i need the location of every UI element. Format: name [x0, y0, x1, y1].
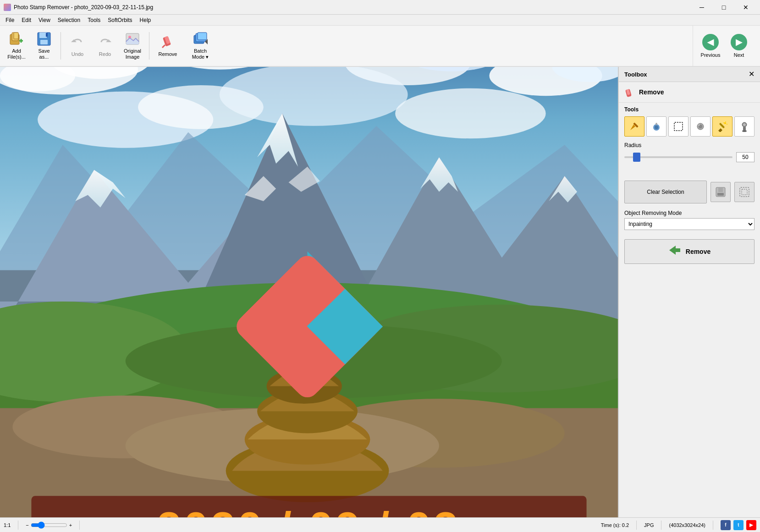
svg-marker-75: [718, 128, 722, 132]
original-image-icon: [125, 32, 140, 46]
clone-stamp-tool-button[interactable]: [734, 116, 754, 137]
save-selection-button[interactable]: [710, 182, 731, 202]
next-icon: ▶: [731, 34, 747, 50]
svg-rect-2: [14, 33, 18, 39]
main-area: 2020 / 09 / 03 Toolbox ✕ Remove Tools: [0, 67, 760, 517]
svg-rect-70: [674, 122, 683, 131]
nav-buttons: ◀ Previous ▶ Next: [693, 25, 756, 66]
mode-select-row: Inpainting Blur Clone: [619, 217, 760, 236]
window-controls: ─ □ ✕: [691, 0, 756, 14]
spray-tool-button[interactable]: [646, 116, 666, 137]
svg-point-67: [655, 126, 658, 129]
youtube-icon[interactable]: ▶: [746, 520, 756, 530]
radius-thumb[interactable]: [633, 153, 640, 162]
svg-rect-88: [742, 189, 747, 195]
undo-button[interactable]: Undo: [65, 28, 90, 63]
save-as-label: Save as...: [38, 48, 50, 60]
previous-icon: ◀: [702, 34, 719, 50]
smart-wand-tool-button[interactable]: [712, 116, 732, 137]
toolbar-separator-1: [61, 32, 61, 60]
brush-tool-button[interactable]: [624, 116, 644, 137]
svg-point-68: [655, 123, 657, 125]
time-display: Time (s): 0.2: [601, 522, 629, 528]
svg-rect-74: [719, 123, 725, 129]
object-removing-mode-label: Object Removing Mode: [619, 207, 760, 217]
menu-file[interactable]: File: [2, 16, 18, 24]
status-bar: 1:1 − + Time (s): 0.2 JPG (4032x3024x24)…: [0, 517, 760, 532]
remove-eraser-icon: [624, 87, 635, 98]
batch-mode-button[interactable]: Batch Mode ▾: [184, 28, 216, 63]
zoom-slider-row: − +: [26, 521, 72, 529]
remove-toolbar-label: Remove: [159, 51, 177, 57]
close-button[interactable]: ✕: [735, 0, 756, 14]
undo-icon: [70, 35, 85, 49]
remove-arrow-icon: [668, 244, 681, 259]
undo-label: Undo: [72, 51, 83, 57]
menu-edit[interactable]: Edit: [18, 16, 35, 24]
remove-toolbar-icon: [160, 35, 175, 49]
rect-select-tool-button[interactable]: [668, 116, 688, 137]
radius-slider[interactable]: [624, 156, 732, 158]
menu-tools[interactable]: Tools: [84, 16, 104, 24]
svg-line-15: [162, 45, 165, 48]
svg-point-73: [699, 125, 700, 126]
save-as-button[interactable]: Save as...: [31, 28, 57, 63]
zoom-minus-icon[interactable]: −: [26, 522, 28, 528]
svg-rect-85: [717, 193, 724, 196]
zoom-ratio: 1:1: [4, 522, 11, 528]
batch-mode-label: Batch Mode ▾: [192, 48, 209, 60]
svg-rect-86: [718, 188, 723, 192]
zoom-slider-input[interactable]: [31, 521, 67, 529]
status-sep-1: [18, 521, 18, 530]
next-button[interactable]: ▶ Next: [725, 28, 753, 63]
toolbox-close-button[interactable]: ✕: [749, 71, 754, 78]
svg-point-32: [395, 88, 545, 138]
remove-button-label: Remove: [686, 248, 710, 255]
status-sep-4: [661, 521, 661, 530]
next-label: Next: [734, 52, 744, 58]
menu-softorbits[interactable]: SoftOrbits: [104, 16, 136, 24]
svg-point-83: [742, 130, 747, 132]
original-image-label: Original Image: [124, 48, 141, 60]
toolbar: Add File(s)... Save as... Undo: [0, 26, 760, 67]
menu-bar: File Edit View Selection Tools SoftOrbit…: [0, 15, 760, 26]
add-files-button[interactable]: Add File(s)...: [4, 28, 29, 63]
twitter-icon[interactable]: t: [733, 520, 743, 530]
radius-label: Radius: [619, 140, 760, 150]
redo-button[interactable]: Redo: [92, 28, 118, 63]
add-files-icon: [9, 32, 24, 46]
social-icons: f t ▶: [721, 520, 756, 530]
magic-wand-tool-button[interactable]: [690, 116, 710, 137]
status-sep-5: [713, 521, 713, 530]
format-display: JPG: [644, 522, 654, 528]
previous-button[interactable]: ◀ Previous: [697, 28, 724, 63]
dimensions-display: (4032x3024x24): [669, 522, 705, 528]
facebook-icon[interactable]: f: [721, 520, 731, 530]
redo-icon: [98, 35, 112, 49]
remove-action-button[interactable]: Remove: [624, 239, 754, 264]
status-sep-2: [79, 521, 80, 530]
minimize-button[interactable]: ─: [691, 0, 712, 14]
toolbox-remove-title: Remove: [639, 88, 664, 96]
load-selection-button[interactable]: [734, 182, 754, 202]
status-sep-3: [636, 521, 637, 530]
canvas-area[interactable]: 2020 / 09 / 03: [0, 67, 618, 517]
radius-value-input[interactable]: [736, 152, 754, 162]
zoom-plus-icon[interactable]: +: [69, 522, 72, 528]
menu-help[interactable]: Help: [136, 16, 155, 24]
menu-view[interactable]: View: [35, 16, 54, 24]
maximize-button[interactable]: □: [713, 0, 734, 14]
toolbox-panel: Toolbox ✕ Remove Tools: [618, 67, 760, 517]
mode-select-dropdown[interactable]: Inpainting Blur Clone: [624, 218, 754, 230]
svg-rect-8: [46, 33, 48, 37]
redo-label: Redo: [99, 51, 111, 57]
menu-selection[interactable]: Selection: [54, 16, 84, 24]
toolbar-separator-2: [149, 32, 149, 60]
svg-rect-6: [39, 33, 47, 38]
remove-toolbar-button[interactable]: Remove: [153, 28, 182, 63]
original-image-button[interactable]: Original Image: [120, 28, 145, 63]
clear-selection-button[interactable]: Clear Selection: [624, 181, 707, 203]
title-bar: Photo Stamp Remover - photo_2020-09-03_2…: [0, 0, 760, 15]
app-icon: [4, 4, 11, 11]
svg-rect-18: [198, 33, 207, 40]
